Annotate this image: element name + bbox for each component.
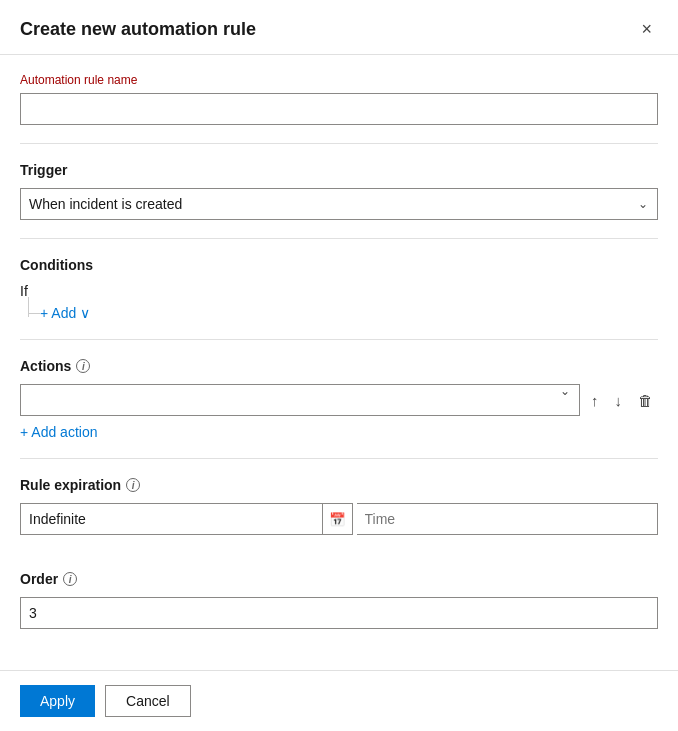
trigger-select[interactable]: When incident is created When incident i… [20,188,658,220]
rule-name-section: Automation rule name [20,55,658,143]
trigger-label: Trigger [20,162,658,178]
dialog-header: Create new automation rule × [0,0,678,54]
actions-section: Actions i ⌄ ↑ ↓ 🗑 [20,340,658,458]
trigger-select-wrapper: When incident is created When incident i… [20,188,658,220]
actions-down-button[interactable]: ↓ [610,388,628,413]
actions-select-wrapper: ⌄ [20,384,580,416]
order-section: Order i [20,553,658,647]
conditions-add-label: + Add [40,305,76,321]
conditions-add-button[interactable]: + Add ∨ [40,305,90,321]
rule-name-label: Automation rule name [20,73,658,87]
actions-info-icon: i [76,359,90,373]
order-label: Order i [20,571,658,587]
calendar-button[interactable]: 📅 [323,503,353,535]
close-button[interactable]: × [635,18,658,40]
add-action-button[interactable]: + Add action [20,416,97,440]
cancel-button[interactable]: Cancel [105,685,191,717]
actions-row: ⌄ ↑ ↓ 🗑 [20,384,658,416]
delete-icon: 🗑 [638,392,653,409]
time-input[interactable] [357,503,659,535]
trigger-section: Trigger When incident is created When in… [20,144,658,238]
dialog-footer: Apply Cancel [0,670,678,731]
conditions-add-chevron-icon: ∨ [80,305,90,321]
rule-name-input[interactable] [20,93,658,125]
expiration-info-icon: i [126,478,140,492]
actions-up-button[interactable]: ↑ [586,388,604,413]
conditions-add-row: + Add ∨ [20,305,658,321]
rule-expiration-section: Rule expiration i 📅 [20,459,658,553]
actions-select[interactable] [20,384,580,416]
rule-expiration-label: Rule expiration i [20,477,658,493]
calendar-icon: 📅 [329,512,346,527]
rule-expiration-row: 📅 [20,503,658,535]
dialog-body: Automation rule name Trigger When incide… [0,55,678,670]
conditions-label: Conditions [20,257,658,273]
actions-delete-button[interactable]: 🗑 [633,388,658,413]
add-action-label: + Add action [20,424,97,440]
apply-button[interactable]: Apply [20,685,95,717]
if-label: If [20,283,658,299]
conditions-section: Conditions If + Add ∨ [20,239,658,339]
create-automation-rule-dialog: Create new automation rule × Automation … [0,0,678,731]
down-arrow-icon: ↓ [615,392,623,409]
dialog-title: Create new automation rule [20,19,256,40]
order-info-icon: i [63,572,77,586]
expiration-input[interactable] [20,503,323,535]
up-arrow-icon: ↑ [591,392,599,409]
actions-label: Actions i [20,358,658,374]
order-input[interactable] [20,597,658,629]
